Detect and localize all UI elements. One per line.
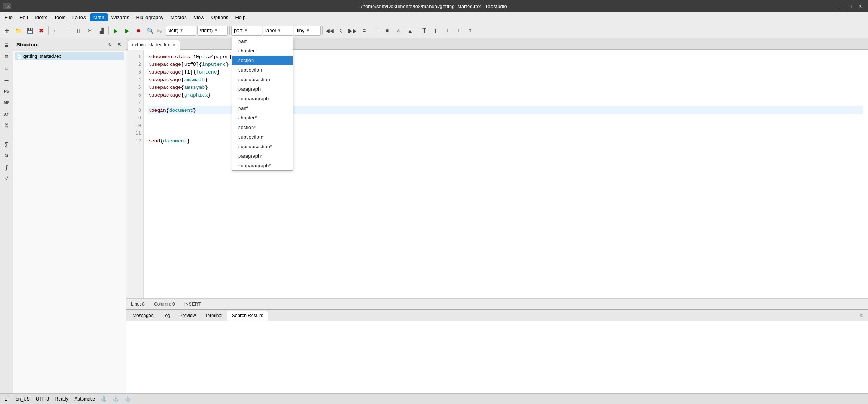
close-button[interactable]: ✕ (856, 2, 865, 11)
structure-panel: Structure ↻ ✕ 📄 getting_started.tex (13, 38, 126, 393)
structure-close-icon[interactable]: ✕ (115, 41, 123, 48)
tab-terminal[interactable]: Terminal (200, 311, 227, 321)
right-paren-dropdown[interactable]: \right) ▼ (197, 26, 228, 36)
minimize-button[interactable]: – (834, 2, 843, 11)
window-controls[interactable]: – ◻ ✕ (834, 2, 865, 11)
tab-search-results[interactable]: Search Results (227, 311, 268, 321)
structure-refresh-icon[interactable]: ↻ (106, 41, 114, 48)
table-button[interactable]: ◫ (370, 25, 381, 36)
menu-help[interactable]: Help (232, 13, 248, 21)
tab-log[interactable]: Log (158, 311, 175, 321)
dropdown-item-part-star[interactable]: part* (232, 103, 293, 113)
text-T2-button[interactable]: T (430, 25, 441, 36)
paste-button[interactable]: ▟ (96, 25, 107, 36)
sidebar-icon-sqrt[interactable]: √ (1, 173, 12, 184)
copy-button[interactable]: ▯ (73, 25, 84, 36)
bottom-tabs: Messages Log Preview Terminal Search Res… (126, 310, 868, 321)
tab-preview[interactable]: Preview (175, 311, 201, 321)
line-num-9: 9 (126, 114, 143, 122)
dropdown-item-subsection-star[interactable]: subsection* (232, 132, 293, 142)
menu-wizards[interactable]: Wizards (108, 13, 132, 21)
compile-button[interactable]: ▶ (110, 25, 121, 36)
bookmark-3-icon[interactable]: ⚓ (125, 396, 131, 402)
menu-tools[interactable]: Tools (51, 13, 68, 21)
menu-options[interactable]: Options (208, 13, 232, 21)
menu-edit[interactable]: Edit (16, 13, 31, 21)
ready-status: Ready (55, 396, 69, 402)
bookmark-1-icon[interactable]: ⚓ (101, 396, 107, 402)
dropdown-item-subparagraph-star[interactable]: subparagraph* (232, 161, 293, 170)
menu-view[interactable]: View (191, 13, 208, 21)
close-file-button[interactable]: ✖ (36, 25, 47, 36)
dropdown-item-paragraph[interactable]: paragraph (232, 84, 293, 94)
dropdown-item-subsubsection-star[interactable]: subsubsection* (232, 142, 293, 151)
menu-macros[interactable]: Macros (167, 13, 190, 21)
section-type-popup: part chapter section subsection subsubse… (232, 36, 293, 171)
sidebar-icon-xy[interactable]: XY (1, 109, 12, 119)
save-file-button[interactable]: 💾 (25, 25, 35, 36)
label-value: label (265, 28, 276, 33)
align-full-button[interactable]: ≡ (359, 25, 369, 36)
bookmark-2-icon[interactable]: ⚓ (113, 396, 119, 402)
menu-file[interactable]: File (2, 13, 16, 21)
left-paren-dropdown[interactable]: \left( ▼ (166, 26, 196, 36)
sidebar-icon-xt[interactable]: XT (1, 120, 12, 131)
dropdown-item-chapter[interactable]: chapter (232, 46, 293, 56)
size-dropdown[interactable]: tiny ▼ (294, 26, 321, 36)
sidebar-icon-mp[interactable]: MP (1, 97, 12, 108)
dropdown-item-subsubsection[interactable]: subsubsection (232, 75, 293, 84)
compile2-button[interactable]: ▶ (122, 25, 132, 36)
bottom-panel-close[interactable]: ✕ (856, 312, 866, 319)
special1-button[interactable]: △ (393, 25, 404, 36)
structure-header-icons: ↻ ✕ (106, 41, 123, 48)
language-indicator: en_US (16, 396, 30, 402)
sidebar-icon-sum[interactable]: ∑ (1, 139, 12, 149)
sidebar-icon-prod[interactable]: $ (1, 150, 12, 161)
menu-bibliography[interactable]: Bibliography (133, 13, 167, 21)
label-dropdown[interactable]: label ▼ (263, 26, 293, 36)
dropdown-item-part[interactable]: part (232, 36, 293, 46)
section-type-dropdown[interactable]: part ▼ part chapter section subsection s… (231, 26, 262, 36)
new-file-button[interactable]: ✚ (2, 25, 12, 36)
dropdown-item-paragraph-star[interactable]: paragraph* (232, 151, 293, 161)
sidebar-icon-box[interactable]: □ (1, 63, 12, 74)
tab-close-button[interactable]: ✕ (172, 43, 176, 47)
text-T3-button[interactable]: T (442, 25, 453, 36)
dropdown-item-chapter-star[interactable]: chapter* (232, 113, 293, 123)
sidebar-toggle[interactable]: ☰ (1, 40, 12, 51)
stop-button[interactable]: ■ (133, 25, 144, 36)
structure-tree: 📄 getting_started.tex (13, 51, 126, 393)
search-button[interactable]: 🔍 (145, 25, 155, 36)
dropdown-item-subparagraph[interactable]: subparagraph (232, 94, 293, 103)
tree-item-file[interactable]: 📄 getting_started.tex (15, 52, 124, 60)
text-T5-button[interactable]: T (465, 25, 476, 36)
sidebar-icon-grid[interactable]: ☷ (1, 51, 12, 62)
menu-idefix[interactable]: Idefix (32, 13, 50, 21)
redo-button[interactable]: → (62, 25, 72, 36)
special2-button[interactable]: ▲ (405, 25, 415, 36)
line-num-12: 12 (126, 137, 143, 145)
sidebar-icon-ps[interactable]: PS (1, 86, 12, 97)
open-file-button[interactable]: 📁 (13, 25, 24, 36)
dropdown-item-section-star[interactable]: section* (232, 123, 293, 132)
menu-latex[interactable]: LaTeX (69, 13, 90, 21)
undo-button[interactable]: ← (50, 25, 61, 36)
restore-button[interactable]: ◻ (845, 2, 854, 11)
menu-math[interactable]: Math (90, 13, 108, 21)
status-mode: INSERT (184, 301, 201, 307)
text-T-button[interactable]: T (419, 25, 430, 36)
align-right-button[interactable]: ▶▶ (347, 25, 358, 36)
cut-button[interactable]: ✂ (85, 25, 95, 36)
sidebar-icon-integral[interactable]: ∫ (1, 162, 12, 172)
sidebar-icon-list[interactable]: ▬ (1, 74, 12, 85)
left-paren-label: \left( (168, 28, 178, 33)
dropdown-item-section[interactable]: section (232, 56, 293, 65)
dropdown-item-subsection[interactable]: subsection (232, 65, 293, 75)
align-left-button[interactable]: ◀◀ (324, 25, 335, 36)
table2-button[interactable]: ■ (382, 25, 392, 36)
align-center-button[interactable]: ◊ (336, 25, 347, 36)
right-paren-label: \right) (200, 28, 213, 33)
editor-tab-main[interactable]: getting_started.tex ✕ (128, 40, 180, 50)
tab-messages[interactable]: Messages (128, 311, 158, 321)
text-T4-button[interactable]: T (453, 25, 464, 36)
